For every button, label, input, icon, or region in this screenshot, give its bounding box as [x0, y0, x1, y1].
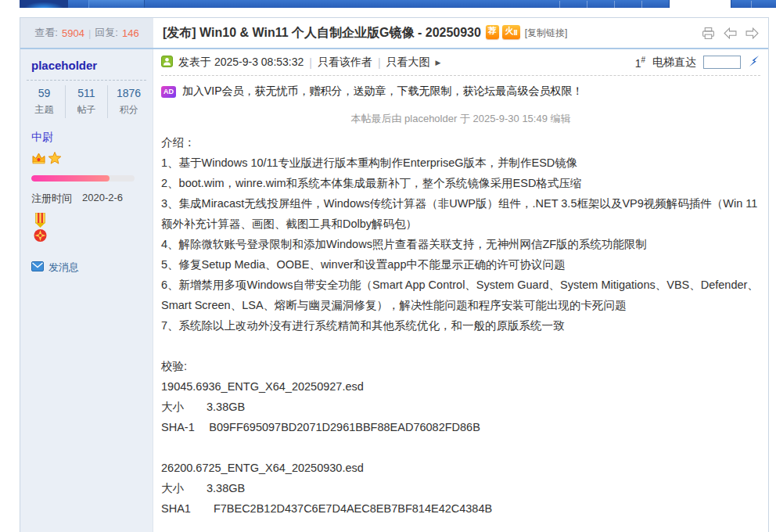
- nav-divider: [587, 1, 587, 8]
- author-stats: 59 主题 511 帖子 1876 积分: [23, 85, 149, 118]
- post-body-line: [161, 336, 760, 356]
- post-body-line: 19045.6936_ENTG_X64_20250927.esd: [161, 376, 760, 397]
- stat-label: 积分: [108, 103, 149, 117]
- crown-medal-icon: [31, 151, 46, 168]
- thread-main: placeholder 59 主题 511 帖子 1876: [20, 49, 768, 532]
- floor-jump-input[interactable]: [703, 56, 741, 69]
- experience-progress-fill: [31, 175, 110, 182]
- thread-badge-icon: 荐: [486, 25, 499, 39]
- divider: |: [88, 27, 91, 39]
- post-body-line: SHA-1 B09FF695097BD2071D2961BBF88EAD7608…: [161, 417, 760, 437]
- divider: |: [309, 56, 312, 69]
- views-label: 查看:: [34, 26, 58, 40]
- author-stat: 59 主题: [23, 85, 65, 118]
- author-username[interactable]: placeholder: [31, 59, 142, 72]
- elevator-label[interactable]: 电梯直达: [652, 56, 696, 70]
- stat-value[interactable]: 59: [23, 87, 65, 99]
- stat-value[interactable]: 1876: [108, 87, 149, 99]
- registration-label: 注册时间: [31, 192, 72, 206]
- registration-row: 注册时间 2020-2-6: [31, 192, 142, 206]
- nav-divider: [641, 1, 642, 8]
- thread-title-bar: [发布] Win10 & Win11 个人自制企业版G镜像 - 20250930…: [153, 18, 768, 48]
- divider: [27, 80, 146, 81]
- thread-header-row: 查看: 5904 | 回复: 146 [发布] Win10 & Win11 个人…: [20, 18, 768, 49]
- thread-page: 查看: 5904 | 回复: 146 [发布] Win10 & Win11 个人…: [20, 17, 769, 532]
- author-medals: [31, 151, 142, 168]
- nav-divider: [751, 1, 752, 8]
- post-body-line: 7、系统除以上改动外没有进行系统精简和其他系统优化，和一般的原版系统一致: [161, 315, 760, 336]
- post-body-line: 介绍：: [161, 132, 760, 153]
- send-message-link[interactable]: 发消息: [31, 261, 142, 275]
- author-stat: 511 帖子: [65, 85, 107, 118]
- stat-value[interactable]: 511: [66, 87, 107, 99]
- ad-badge: AD: [161, 86, 176, 98]
- nav-tab-active[interactable]: [20, 0, 68, 8]
- author-sidebar: placeholder 59 主题 511 帖子 1876: [20, 49, 153, 532]
- post-body-line: [161, 519, 760, 532]
- post-body: 介绍： 1、基于Windows 10/11专业版进行版本重构制作Enterpri…: [161, 132, 760, 532]
- post-body-line: SHA1 F7BEC2B12D437C6E7D4AEC8EB7BF814E42C…: [161, 498, 760, 519]
- send-message-label: 发消息: [48, 261, 79, 275]
- nav-divider: [614, 1, 615, 8]
- thread-tools: [702, 27, 759, 40]
- post-body-line: 大小 3.38GB: [161, 478, 760, 498]
- floor-elevator-group: 1# 电梯直达: [635, 55, 760, 70]
- post-body-line: 3、集成Miracast无线投屏组件，Windows传统计算器（非UWP版）组件…: [161, 193, 760, 234]
- stat-label: 主题: [23, 103, 65, 117]
- post-body-line: [161, 437, 760, 458]
- author-stat: 1876 积分: [107, 85, 149, 118]
- next-thread-icon[interactable]: [745, 27, 759, 39]
- nav-search-box[interactable]: [669, 0, 731, 8]
- post-body-line: 26200.6725_ENTG_X64_20250930.esd: [161, 458, 760, 478]
- vip-ad-link[interactable]: AD 加入VIP会员，获无忧币，赠积分，送勋章，下载无限制，获论坛最高级会员权限…: [161, 84, 760, 99]
- stat-label: 帖子: [66, 103, 107, 117]
- message-icon: [31, 261, 44, 274]
- nav-divider: [559, 1, 560, 8]
- post-body-line: 4、解除微软账号登录限制和添加Windows照片查看器关联支持，无神州网信ZF版…: [161, 234, 760, 254]
- views-count: 5904: [62, 27, 84, 39]
- online-status-icon: [161, 56, 173, 70]
- replies-count: 146: [122, 27, 139, 39]
- floor-number: 1#: [635, 56, 645, 70]
- post-body-line: 5、修复Setup Media、OOBE、winver和设置app中不能显示正确…: [161, 254, 760, 275]
- posted-at: 发表于 2025-9-3 08:53:32: [178, 56, 304, 70]
- registration-date: 2020-2-6: [82, 192, 123, 206]
- experience-progress-bar: [31, 175, 135, 182]
- jump-icon[interactable]: [748, 55, 760, 70]
- thread-badges: 荐 火Ⅱ: [486, 25, 520, 41]
- replies-label: 回复:: [95, 26, 118, 40]
- post-meta-row: 发表于 2025-9-3 08:53:32 | 只看该作者 | 只看大图 ▶ 1…: [161, 49, 760, 76]
- military-medal-icon: [31, 213, 142, 249]
- post-body-line: 2、boot.wim，winre.wim和系统本体集成最新补丁，整个系统镜像采用…: [161, 173, 760, 193]
- vip-ad-text: 加入VIP会员，获无忧币，赠积分，送勋章，下载无限制，获论坛最高级会员权限！: [182, 84, 584, 99]
- thread-badge-icon: 火Ⅱ: [502, 25, 519, 39]
- thread-view-reply-stats: 查看: 5904 | 回复: 146: [20, 18, 153, 48]
- print-icon[interactable]: [702, 27, 715, 40]
- copy-link[interactable]: [复制链接]: [525, 27, 568, 40]
- edit-notice: 本帖最后由 placeholder 于 2025-9-30 15:49 编辑: [161, 112, 760, 126]
- prev-thread-icon[interactable]: [724, 27, 737, 39]
- post-body-line: 1、基于Windows 10/11专业版进行版本重构制作EnterpriseG版…: [161, 153, 760, 173]
- post-body-line: 大小 3.38GB: [161, 397, 760, 417]
- only-images-link[interactable]: 只看大图: [386, 56, 430, 70]
- post-body-line: 校验:: [161, 356, 760, 376]
- thread-title: [发布] Win10 & Win11 个人自制企业版G镜像 - 20250930: [163, 25, 481, 41]
- star-medal-icon: [48, 151, 62, 168]
- nav-tab[interactable]: [88, 0, 145, 8]
- divider: |: [378, 56, 381, 69]
- post-body-line: 6、新增禁用多项Windows自带安全功能（Smart App Control、…: [161, 275, 760, 315]
- post-content-area: 发表于 2025-9-3 08:53:32 | 只看该作者 | 只看大图 ▶ 1…: [153, 49, 768, 532]
- images-caret-icon[interactable]: ▶: [436, 59, 441, 66]
- only-author-link[interactable]: 只看该作者: [318, 56, 372, 70]
- top-nav-strip: [20, 0, 776, 8]
- author-rank[interactable]: 中尉: [31, 131, 142, 145]
